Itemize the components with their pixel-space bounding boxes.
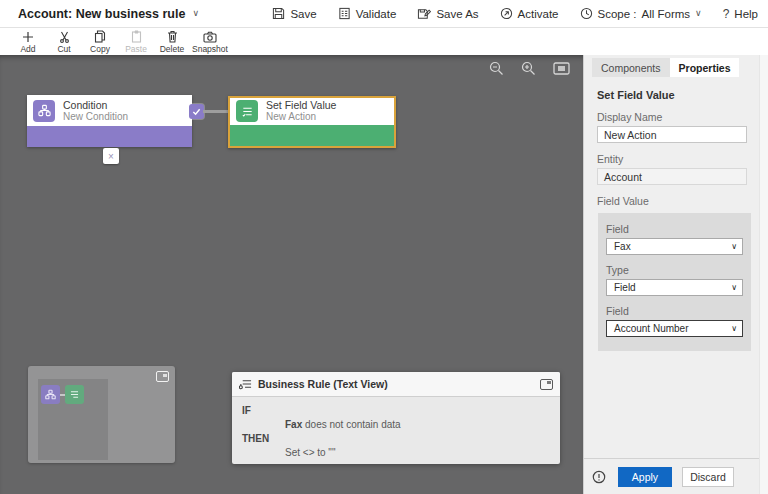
field2-label: Field — [606, 305, 743, 317]
set-field-value-node[interactable]: Set Field Value New Action — [228, 96, 396, 148]
properties-heading: Set Field Value — [597, 89, 747, 101]
save-label: Save — [290, 8, 316, 20]
activate-label: Activate — [518, 8, 559, 20]
business-rule-selector[interactable]: Account: New business rule ∨ — [18, 7, 199, 21]
paste-label: Paste — [125, 44, 147, 54]
entity-input: Account — [597, 168, 747, 185]
delete-condition-button[interactable]: × — [103, 148, 119, 164]
title-bar: Account: New business rule ∨ Save Valida… — [0, 0, 768, 28]
panel-scrollbar[interactable] — [759, 55, 768, 494]
apply-button[interactable]: Apply — [618, 467, 672, 487]
activate-icon — [500, 7, 513, 20]
then-keyword: THEN — [242, 432, 550, 446]
display-name-label: Display Name — [597, 111, 747, 123]
condition-type-label: Condition — [63, 100, 128, 111]
minimap-action-icon — [65, 385, 84, 404]
scope-label: Scope : — [598, 8, 637, 20]
fit-to-canvas-button[interactable] — [553, 62, 570, 75]
panel-tabs: Components Properties — [592, 58, 768, 77]
validate-label: Validate — [356, 8, 397, 20]
business-rule-icon — [239, 378, 252, 391]
tab-components[interactable]: Components — [592, 58, 670, 77]
then-clause: Set <> to "" — [242, 446, 550, 460]
condition-node-texts: Condition New Condition — [63, 100, 128, 122]
copy-label: Copy — [90, 44, 110, 54]
add-button[interactable]: Add — [10, 30, 46, 54]
save-as-button[interactable]: Save As — [417, 7, 478, 20]
page-title: Account: New business rule — [18, 7, 185, 21]
copy-button[interactable]: Copy — [82, 30, 118, 54]
properties-footer: Apply Discard — [584, 458, 759, 494]
designer-toolbar: Add Cut Copy Paste Delete Snapshot — [0, 28, 768, 55]
main-area: Condition New Condition Set Field Value … — [0, 55, 768, 494]
help-label: Help — [734, 8, 758, 20]
snapshot-label: Snapshot — [192, 44, 228, 54]
chevron-down-icon: ∨ — [731, 242, 737, 251]
paste-icon — [131, 30, 142, 43]
zoom-in-button[interactable] — [521, 61, 536, 76]
scope-value: All Forms — [642, 8, 691, 20]
action-node-footer — [230, 125, 394, 146]
zoom-controls — [489, 61, 570, 76]
save-as-icon — [417, 7, 431, 20]
text-view-body: IF Fax does not contain data THEN Set <>… — [232, 397, 560, 464]
minimap[interactable] — [28, 366, 175, 463]
text-view-header[interactable]: Business Rule (Text View) — [232, 372, 560, 397]
chevron-down-icon: ∨ — [731, 283, 737, 292]
validate-button[interactable]: Validate — [338, 7, 397, 20]
snapshot-button[interactable]: Snapshot — [190, 30, 230, 54]
type-select[interactable]: Field ∨ — [606, 279, 743, 296]
save-button[interactable]: Save — [272, 7, 316, 20]
delete-label: Delete — [160, 44, 185, 54]
node-connector-line — [203, 110, 229, 113]
rule-designer-canvas[interactable]: Condition New Condition Set Field Value … — [0, 55, 583, 494]
field1-select[interactable]: Fax ∨ — [606, 238, 743, 255]
set-field-value-icon — [236, 100, 258, 122]
if-clause: Fax does not contain data — [242, 418, 550, 432]
chevron-down-icon: ∨ — [731, 324, 737, 333]
info-icon[interactable] — [592, 470, 606, 484]
scope-icon — [580, 7, 593, 20]
condition-node-header: Condition New Condition — [27, 95, 192, 126]
type-label: Type — [606, 264, 743, 276]
condition-true-check-icon[interactable] — [189, 104, 204, 119]
activate-button[interactable]: Activate — [500, 7, 559, 20]
delete-button[interactable]: Delete — [154, 30, 190, 54]
text-view-title: Business Rule (Text View) — [258, 378, 534, 390]
discard-button[interactable]: Discard — [682, 467, 734, 487]
scope-dropdown[interactable]: Scope : All Forms ∨ — [580, 7, 702, 20]
field2-value: Account Number — [614, 323, 688, 334]
condition-name: New Condition — [63, 111, 128, 122]
action-node-header: Set Field Value New Action — [230, 98, 394, 125]
display-name-input[interactable]: New Action — [597, 126, 747, 143]
tab-properties[interactable]: Properties — [670, 58, 740, 77]
zoom-out-button[interactable] — [489, 61, 504, 76]
paste-button[interactable]: Paste — [118, 30, 154, 54]
save-as-label: Save As — [436, 8, 478, 20]
close-icon: × — [108, 151, 114, 162]
cut-icon — [59, 30, 70, 43]
cut-label: Cut — [57, 44, 70, 54]
add-label: Add — [20, 44, 35, 54]
add-icon — [22, 30, 34, 43]
minimap-expand-icon[interactable] — [156, 371, 169, 382]
text-view-expand-icon[interactable] — [540, 379, 553, 390]
help-button[interactable]: ? Help — [723, 7, 758, 21]
field2-select[interactable]: Account Number ∨ — [606, 320, 743, 337]
condition-node-footer — [27, 126, 192, 147]
action-name: New Action — [266, 111, 336, 122]
condition-node[interactable]: Condition New Condition — [27, 95, 192, 147]
minimap-condition-icon — [41, 385, 60, 404]
properties-content: Set Field Value Display Name New Action … — [584, 77, 768, 351]
if-keyword: IF — [242, 404, 550, 418]
cut-button[interactable]: Cut — [46, 30, 82, 54]
save-icon — [272, 7, 285, 20]
snapshot-icon — [203, 30, 217, 43]
type-value: Field — [614, 282, 636, 293]
chevron-down-icon: ∨ — [695, 9, 702, 18]
properties-panel: Components Properties Set Field Value Di… — [583, 55, 768, 494]
condition-icon — [33, 100, 55, 122]
action-node-texts: Set Field Value New Action — [266, 100, 336, 122]
validate-icon — [338, 7, 351, 20]
field-value-group-label: Field Value — [597, 195, 747, 207]
